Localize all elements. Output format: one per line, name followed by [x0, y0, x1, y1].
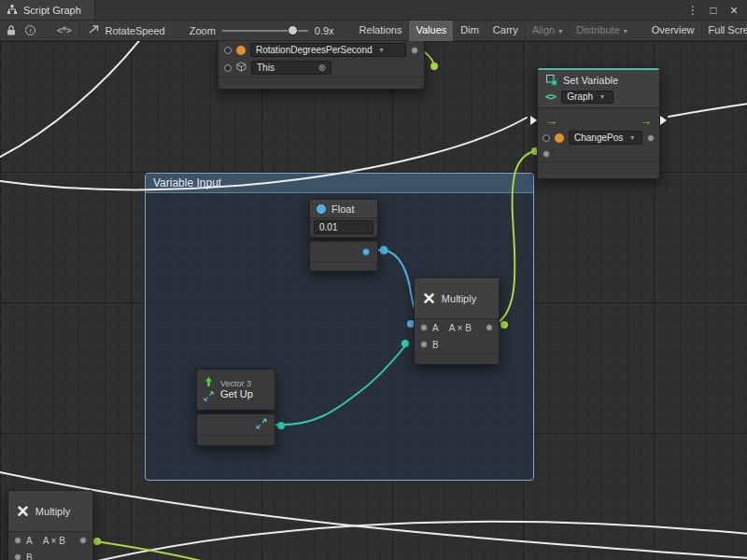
float-value-field[interactable]: 0.01	[314, 220, 374, 234]
kebab-menu-icon[interactable]: ⋮	[686, 0, 699, 21]
port-input[interactable]	[543, 134, 550, 142]
toolbar-button-distribute[interactable]: Distribute▾	[569, 21, 633, 41]
script-graph-window: Script Graph ⋮ □ × i <*> RotateSpeed Zoo…	[0, 0, 747, 560]
port-row-b: B	[415, 336, 499, 353]
info-icon[interactable]: i	[24, 21, 35, 41]
toolbar-button-carry[interactable]: Carry	[486, 21, 525, 41]
wire-teal-getup-to-multiply-b[interactable]	[272, 343, 407, 425]
zoom-slider-handle[interactable]	[288, 25, 298, 35]
set-variable-icon	[545, 74, 557, 88]
flow-output-triangle[interactable]	[660, 116, 667, 125]
maximize-icon[interactable]: □	[707, 0, 720, 21]
port-row-a: A A × B	[8, 532, 92, 549]
clear-target-icon[interactable]: ⊗	[318, 63, 326, 73]
graph-breadcrumb[interactable]: RotateSpeed	[88, 24, 164, 36]
variable-port-icon	[555, 133, 564, 143]
node-get-up[interactable]: Vector 3 Get Up	[196, 369, 275, 411]
zoom-label: Zoom	[190, 25, 216, 36]
variable-name-dropdown[interactable]: ChangePos ▾	[569, 131, 642, 145]
close-icon[interactable]: ×	[727, 0, 740, 21]
script-graph-icon	[7, 4, 18, 17]
graph-toolbar: i <*> RotateSpeed Zoom 0.9x Relations Va…	[0, 21, 747, 41]
node-title: Multiply	[35, 506, 70, 517]
port-input-target[interactable]	[224, 64, 232, 72]
multiply-icon: ×	[423, 288, 435, 309]
port-input-b[interactable]	[420, 341, 428, 348]
port-input-a[interactable]	[14, 537, 21, 544]
variable-port-icon	[236, 46, 246, 55]
wire-white-to-set-variable[interactable]	[0, 118, 527, 189]
target-row: This ⊗	[218, 59, 424, 77]
flow-out-arrow-icon[interactable]: →	[640, 115, 652, 127]
flow-row: → →	[538, 112, 659, 129]
port-input[interactable]	[224, 47, 232, 54]
toolbar-button-overview[interactable]: Overview	[645, 21, 701, 41]
port-input-a[interactable]	[420, 324, 428, 331]
chevron-down-icon: ▾	[630, 133, 634, 142]
node-set-variable[interactable]: Set Variable <> Graph ▾ → →	[537, 67, 660, 179]
toolbar-button-dim[interactable]: Dim	[453, 21, 486, 41]
node-header: Float	[310, 200, 377, 218]
value-row: 0.01	[310, 218, 377, 236]
toolbar-button-relations[interactable]: Relations	[353, 21, 409, 41]
wire-white-bottom-2[interactable]	[93, 522, 747, 560]
node-get-up-output[interactable]	[196, 413, 275, 446]
node-header: Set Variable <> Graph ▾	[538, 70, 659, 108]
vector-icons	[204, 376, 214, 403]
node-multiply-2[interactable]: × Multiply A A × B B	[7, 490, 93, 560]
node-header: × Multiply	[415, 278, 499, 319]
scope-dropdown[interactable]: Graph ▾	[561, 91, 613, 104]
output-row	[197, 414, 275, 435]
port-row-a: A A × B	[415, 319, 499, 336]
port-output-result[interactable]	[79, 537, 87, 544]
node-float[interactable]: Float 0.01	[309, 199, 378, 238]
toolbar-divider	[79, 24, 80, 36]
node-footer	[538, 161, 659, 178]
variable-name-row: RotationDegreesPerSecond ▾	[218, 41, 424, 59]
node-footer	[415, 353, 499, 364]
chevron-down-icon: ▾	[624, 27, 627, 35]
zoom-slider[interactable]	[222, 22, 308, 39]
port-output-result[interactable]	[486, 324, 493, 331]
toolbar-button-align[interactable]: Align▾	[525, 21, 569, 41]
wire-white-bottom-1[interactable]	[0, 472, 747, 558]
node-multiply[interactable]: × Multiply A A × B B	[414, 277, 500, 365]
graph-canvas[interactable]: Variable Input	[0, 41, 747, 560]
wire-white-from-set-variable[interactable]	[669, 104, 747, 117]
chevron-down-icon: ▾	[600, 92, 604, 101]
chevron-down-icon: ▾	[380, 46, 384, 54]
zoom-control: Zoom 0.9x	[190, 22, 334, 39]
node-title: Set Variable	[563, 75, 618, 86]
window-title: Script Graph	[23, 5, 81, 16]
node-type-label: Vector 3	[220, 379, 253, 389]
node-header: × Multiply	[8, 491, 92, 532]
node-get-variable[interactable]: RotationDegreesPerSecond ▾ This ⊗	[218, 41, 425, 90]
port-input-b[interactable]	[14, 553, 21, 560]
lock-icon[interactable]	[6, 21, 17, 41]
multiply-icon: ×	[17, 501, 29, 522]
node-float-output[interactable]	[309, 241, 378, 272]
tab-script-graph[interactable]: Script Graph	[0, 0, 95, 20]
node-header: Vector 3 Get Up	[197, 370, 275, 410]
vector-output-icon[interactable]	[256, 418, 267, 431]
wire-white-topleft[interactable]	[0, 41, 142, 157]
port-output-value[interactable]	[411, 47, 418, 54]
flow-in-arrow-icon[interactable]: →	[545, 115, 557, 127]
toolbar-button-fullscreen[interactable]: Full Screen	[701, 21, 747, 41]
port-output-value[interactable]	[647, 134, 655, 142]
toolbar-button-values[interactable]: Values	[408, 21, 453, 41]
float-type-icon	[317, 204, 326, 214]
port-output-float[interactable]	[362, 248, 370, 256]
titlebar-controls: ⋮ □ ×	[686, 0, 747, 21]
value-input-row	[538, 147, 659, 161]
node-footer	[218, 77, 424, 89]
code-preview-icon[interactable]: <*>	[57, 21, 71, 41]
target-field[interactable]: This ⊗	[251, 61, 331, 75]
zoom-value: 0.9x	[315, 25, 334, 36]
port-input-value[interactable]	[543, 150, 550, 158]
variable-type-icon: <>	[545, 91, 556, 103]
variable-name-dropdown[interactable]: RotationDegreesPerSecond ▾	[250, 43, 406, 57]
vector-axes-icon	[204, 391, 214, 403]
port-row-b: B	[8, 549, 92, 560]
flow-input-triangle[interactable]	[530, 116, 537, 125]
